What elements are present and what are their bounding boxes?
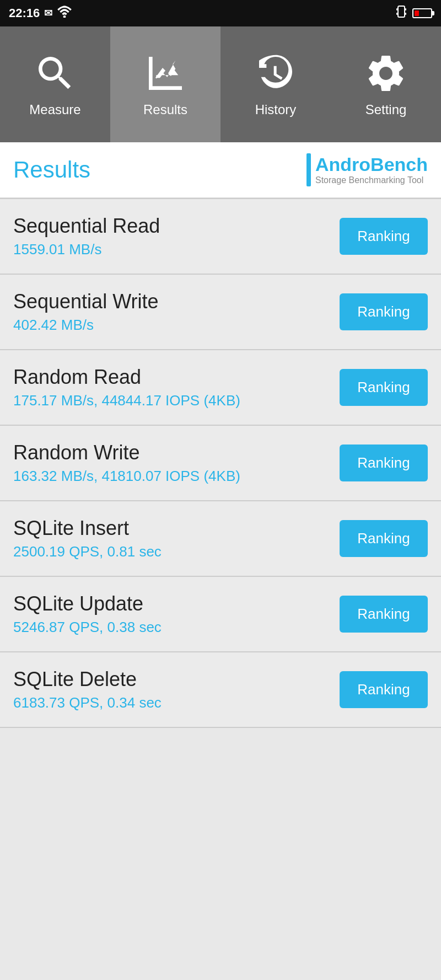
result-value-2: 175.17 MB/s, 44844.17 IOPS (4KB)	[13, 392, 240, 409]
result-row-3: Random Write163.32 MB/s, 41810.07 IOPS (…	[0, 426, 441, 501]
tab-results[interactable]: Results	[110, 26, 220, 142]
svg-rect-4	[396, 13, 397, 15]
page-title: Results	[13, 157, 90, 183]
result-row-2: Random Read175.17 MB/s, 44844.17 IOPS (4…	[0, 350, 441, 426]
notification-icon: ✉	[44, 7, 52, 19]
logo-subtitle: Storage Benchmarking Tool	[315, 175, 428, 185]
ranking-button-6[interactable]: Ranking	[340, 671, 428, 708]
result-value-6: 6183.73 QPS, 0.34 sec	[13, 694, 162, 711]
result-info-2: Random Read175.17 MB/s, 44844.17 IOPS (4…	[13, 366, 240, 409]
result-info-1: Sequential Write402.42 MB/s	[13, 290, 158, 334]
result-info-4: SQLite Insert2500.19 QPS, 0.81 sec	[13, 517, 162, 560]
tab-history[interactable]: History	[220, 26, 331, 142]
chart-icon	[143, 51, 187, 95]
ranking-button-5[interactable]: Ranking	[340, 596, 428, 633]
result-info-3: Random Write163.32 MB/s, 41810.07 IOPS (…	[13, 441, 240, 485]
svg-rect-1	[398, 6, 405, 17]
tab-measure-label: Measure	[29, 102, 80, 117]
status-bar: 22:16 ✉	[0, 0, 441, 26]
result-name-5: SQLite Update	[13, 592, 162, 615]
history-icon	[254, 51, 298, 95]
svg-rect-3	[405, 8, 406, 10]
tab-results-label: Results	[143, 102, 187, 117]
result-row-1: Sequential Write402.42 MB/sRanking	[0, 275, 441, 350]
ranking-button-1[interactable]: Ranking	[340, 293, 428, 330]
ranking-button-3[interactable]: Ranking	[340, 445, 428, 481]
tab-measure[interactable]: Measure	[0, 26, 110, 142]
search-icon	[33, 51, 77, 95]
result-info-0: Sequential Read1559.01 MB/s	[13, 215, 160, 258]
result-row-0: Sequential Read1559.01 MB/sRanking	[0, 199, 441, 275]
logo-area: AndroBench Storage Benchmarking Tool	[306, 153, 428, 186]
logo-text: AndroBench Storage Benchmarking Tool	[315, 154, 428, 185]
status-time: 22:16	[9, 6, 40, 20]
status-left: 22:16 ✉	[9, 6, 72, 21]
result-name-4: SQLite Insert	[13, 517, 162, 540]
result-name-3: Random Write	[13, 441, 240, 464]
result-name-2: Random Read	[13, 366, 240, 389]
result-value-0: 1559.01 MB/s	[13, 241, 160, 258]
result-value-4: 2500.19 QPS, 0.81 sec	[13, 543, 162, 560]
status-right	[396, 5, 432, 22]
svg-point-0	[63, 15, 66, 18]
logo-highlight: Andro	[315, 154, 370, 175]
result-name-0: Sequential Read	[13, 215, 160, 238]
result-value-5: 5246.87 QPS, 0.38 sec	[13, 619, 162, 636]
tab-setting-label: Setting	[365, 102, 407, 117]
logo-bar-accent	[306, 153, 311, 186]
empty-content-area	[0, 728, 441, 980]
ranking-button-2[interactable]: Ranking	[340, 369, 428, 406]
result-name-1: Sequential Write	[13, 290, 158, 313]
result-name-6: SQLite Delete	[13, 668, 162, 691]
svg-rect-5	[405, 13, 406, 15]
battery-icon	[412, 8, 432, 18]
result-row-5: SQLite Update5246.87 QPS, 0.38 secRankin…	[0, 577, 441, 652]
gear-icon	[364, 51, 408, 95]
wifi-icon	[57, 6, 72, 21]
result-info-6: SQLite Delete6183.73 QPS, 0.34 sec	[13, 668, 162, 711]
tab-history-label: History	[255, 102, 297, 117]
nav-tabs: Measure Results History Setting	[0, 26, 441, 142]
result-value-3: 163.32 MB/s, 41810.07 IOPS (4KB)	[13, 468, 240, 485]
svg-rect-2	[396, 8, 397, 10]
results-list: Sequential Read1559.01 MB/sRankingSequen…	[0, 199, 441, 728]
vibrate-icon	[396, 5, 407, 22]
ranking-button-0[interactable]: Ranking	[340, 218, 428, 255]
result-info-5: SQLite Update5246.87 QPS, 0.38 sec	[13, 592, 162, 636]
result-value-1: 402.42 MB/s	[13, 317, 158, 334]
logo-bench: Bench	[370, 154, 428, 175]
logo-name: AndroBench	[315, 154, 428, 175]
ranking-button-4[interactable]: Ranking	[340, 520, 428, 557]
page-header: Results AndroBench Storage Benchmarking …	[0, 142, 441, 198]
result-row-6: SQLite Delete6183.73 QPS, 0.34 secRankin…	[0, 652, 441, 728]
result-row-4: SQLite Insert2500.19 QPS, 0.81 secRankin…	[0, 501, 441, 577]
tab-setting[interactable]: Setting	[331, 26, 441, 142]
